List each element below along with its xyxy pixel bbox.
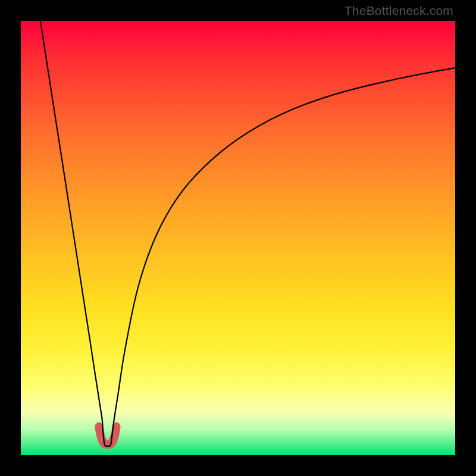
chart-svg: [21, 21, 455, 455]
chart-frame: TheBottleneck.com: [0, 0, 476, 476]
bottleneck-curve-path: [40, 21, 455, 446]
plot-area: [21, 21, 455, 455]
vertex-marker-path: [99, 427, 116, 444]
watermark-text: TheBottleneck.com: [345, 4, 453, 18]
